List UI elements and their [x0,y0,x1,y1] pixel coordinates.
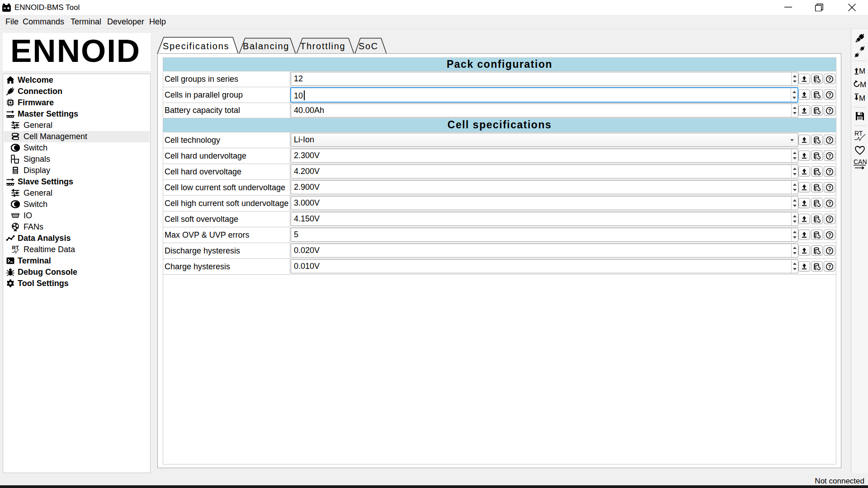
svg-text:?: ? [828,153,831,158]
svg-text:M: M [859,94,865,102]
svg-text:?: ? [828,232,831,237]
svg-text:?: ? [828,76,831,81]
svg-text:?: ? [828,263,831,269]
svg-text:M: M [860,80,866,89]
svg-text:?: ? [828,248,831,253]
svg-text:?: ? [828,184,831,190]
svg-text:?: ? [828,137,831,142]
svg-text:?: ? [828,169,831,174]
svg-text:RT: RT [854,130,863,137]
svg-text:?: ? [828,200,831,206]
svg-text:?: ? [828,92,831,97]
svg-text:?: ? [828,216,831,221]
svg-text:?: ? [828,108,831,113]
svg-text:CAN: CAN [854,158,867,165]
svg-text:M: M [859,67,865,75]
